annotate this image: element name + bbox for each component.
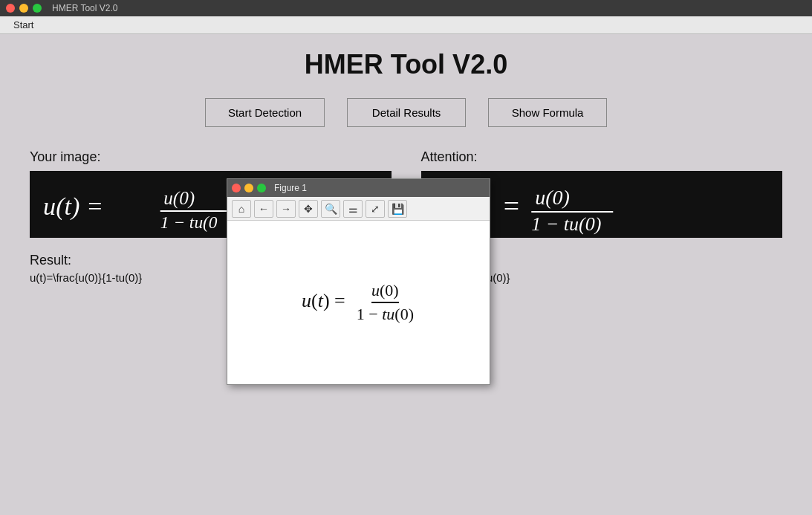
button-row: Start Detection Detail Results Show Form… bbox=[30, 98, 782, 127]
start-detection-button[interactable]: Start Detection bbox=[205, 98, 325, 127]
figure-close-dot[interactable] bbox=[232, 184, 241, 192]
figure-title: Figure 1 bbox=[274, 183, 307, 193]
expand-icon[interactable]: ⤢ bbox=[366, 200, 385, 218]
title-bar: HMER Tool V2.0 bbox=[0, 0, 812, 16]
figure-minimize-dot[interactable] bbox=[244, 184, 253, 192]
pan-icon[interactable]: ✥ bbox=[299, 200, 318, 218]
minimize-dot[interactable] bbox=[19, 4, 28, 13]
formula-denominator: 1 − tu(0) bbox=[357, 303, 414, 324]
close-dot[interactable] bbox=[6, 4, 15, 13]
maximize-dot[interactable] bbox=[33, 4, 42, 13]
rendered-formula: u(t) = u(0) 1 − tu(0) bbox=[302, 281, 415, 324]
window-title: HMER Tool V2.0 bbox=[52, 3, 117, 13]
app-title: HMER Tool V2.0 bbox=[30, 49, 782, 80]
figure-content: u(t) = u(0) 1 − tu(0) bbox=[227, 221, 490, 384]
figure-window[interactable]: Figure 1 ⌂ ← → ✥ 🔍 ⚌ ⤢ 💾 u(t) = u(0) 1 −… bbox=[227, 178, 490, 385]
menu-bar: Start bbox=[0, 16, 812, 34]
zoom-icon[interactable]: 🔍 bbox=[321, 200, 340, 218]
home-icon[interactable]: ⌂ bbox=[232, 200, 251, 218]
show-formula-button[interactable]: Show Formula bbox=[488, 98, 607, 127]
svg-text:u(0): u(0) bbox=[535, 186, 570, 209]
figure-maximize-dot[interactable] bbox=[257, 184, 266, 192]
figure-toolbar: ⌂ ← → ✥ 🔍 ⚌ ⤢ 💾 bbox=[227, 197, 490, 221]
svg-text:1 − tu(0: 1 − tu(0 bbox=[160, 213, 218, 232]
svg-text:u(0): u(0) bbox=[163, 188, 195, 209]
svg-text:u(t) =: u(t) = bbox=[43, 192, 103, 221]
formula-fraction: u(0) 1 − tu(0) bbox=[357, 281, 414, 324]
figure-title-bar: Figure 1 bbox=[227, 179, 490, 197]
menu-start[interactable]: Start bbox=[7, 19, 39, 30]
save-icon[interactable]: 💾 bbox=[388, 200, 407, 218]
back-icon[interactable]: ← bbox=[254, 200, 273, 218]
settings-icon[interactable]: ⚌ bbox=[343, 200, 363, 218]
your-image-label: Your image: bbox=[30, 149, 392, 165]
attention-label: Attention: bbox=[421, 149, 783, 165]
detail-results-button[interactable]: Detail Results bbox=[347, 98, 466, 127]
formula-numerator: u(0) bbox=[371, 281, 399, 303]
forward-icon[interactable]: → bbox=[276, 200, 296, 218]
svg-text:=: = bbox=[501, 190, 521, 221]
svg-text:1 − tu(0): 1 − tu(0) bbox=[531, 213, 601, 235]
